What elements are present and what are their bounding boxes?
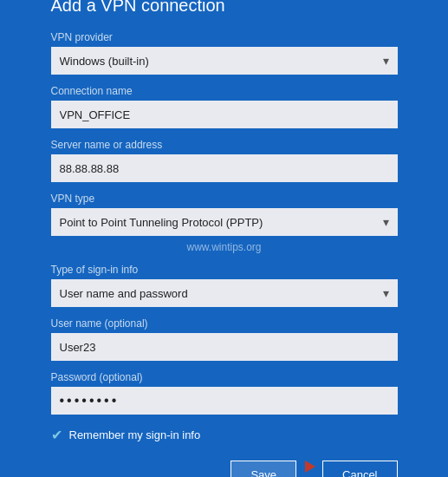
password-label: Password (optional) (51, 371, 398, 383)
server-input[interactable] (51, 154, 398, 182)
signin-type-label: Type of sign-in info (51, 264, 398, 276)
signin-type-select[interactable]: User name and password (51, 279, 398, 307)
watermark: www.wintips.org (51, 241, 398, 253)
save-button[interactable]: Save (230, 461, 296, 477)
vpn-provider-label: VPN provider (51, 31, 398, 43)
connection-name-label: Connection name (51, 85, 398, 97)
vpn-type-select[interactable]: Point to Point Tunneling Protocol (PPTP) (51, 208, 398, 236)
vpn-provider-wrapper: Windows (built-in) (51, 47, 398, 75)
remember-check-icon: ✔ (51, 427, 62, 443)
vpn-type-wrapper: Point to Point Tunneling Protocol (PPTP) (51, 208, 398, 236)
button-row: Save Cancel (51, 461, 398, 477)
username-label: User name (optional) (51, 317, 398, 330)
remember-row: ✔ Remember my sign-in info (51, 427, 398, 443)
vpn-dialog: Add a VPN connection VPN provider Window… (25, 0, 424, 477)
dialog-title: Add a VPN connection (51, 0, 398, 16)
password-input[interactable] (51, 387, 398, 415)
username-input[interactable] (51, 333, 398, 361)
arrow-icon (305, 461, 315, 473)
server-label: Server name or address (51, 139, 398, 151)
vpn-provider-select[interactable]: Windows (built-in) (51, 47, 398, 75)
connection-name-input[interactable] (51, 101, 398, 128)
vpn-type-label: VPN type (51, 193, 398, 205)
cancel-button[interactable]: Cancel (322, 461, 397, 477)
remember-label: Remember my sign-in info (69, 428, 201, 441)
signin-type-wrapper: User name and password (51, 279, 398, 307)
